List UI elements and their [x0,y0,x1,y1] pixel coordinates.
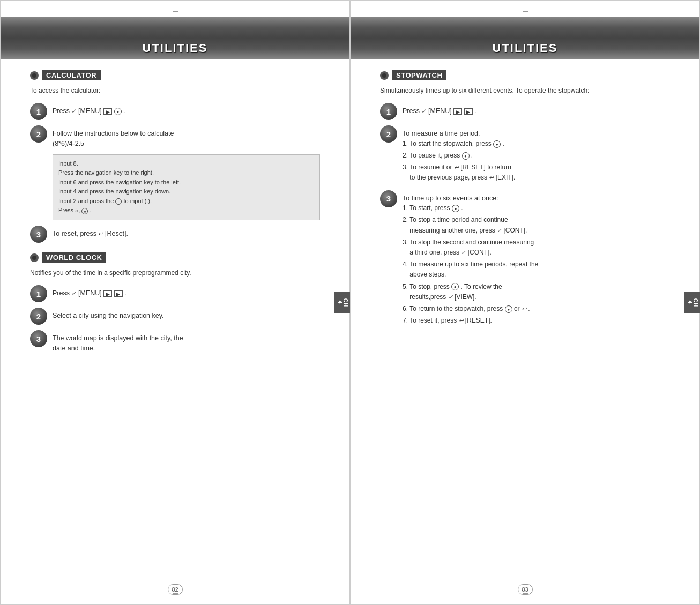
sw3-item-1: 1. To start, press ● . [403,203,538,213]
sw-menu-icon: ✓ [421,107,426,116]
step-3-content: To reset, press ↩ [Reset]. [53,226,128,239]
wc-step-2-content: Select a city using the navigation key. [53,308,164,321]
wc-badge-3: 3 [30,330,47,347]
calculator-step-3: 3 To reset, press ↩ [Reset]. [30,226,320,243]
right-content: STOPWATCH Simultaneously times up to six… [351,59,699,604]
left-title: UTILITIES [143,41,208,55]
view-key: ✓ [448,293,453,302]
left-page: UTILITIES CALCULATOR To access the calcu… [0,0,350,605]
right-title: UTILITIES [493,41,558,55]
note-circle-icon [115,198,122,205]
stop-circle: ● [451,283,459,290]
sw-list-item-1: 1. To start the stopwatch, press ● . [403,139,515,149]
calculator-step-1: 1 Press ✓ [MENU] ▶ ● . [30,103,320,120]
return-circle: ● [505,305,512,313]
sw-nav-1: ▶ [453,108,462,115]
stopwatch-label: STOPWATCH [392,70,446,80]
sw-nav-2: ▶ [464,108,473,115]
right-page: UTILITIES STOPWATCH Simultaneously times… [350,0,700,605]
stopwatch-heading: STOPWATCH [380,70,670,80]
wc-step-1-content: Press ✓ [MENU] ▶ ▶ . [53,285,126,298]
cont-key-1: ✓ [497,226,502,236]
calculator-icon [30,71,39,80]
left-header-bar: UTILITIES [1,17,349,59]
exit-key: ↩ [489,173,494,183]
left-content: CALCULATOR To access the calculator: 1 P… [1,59,349,604]
sw3-item-3: 3. To stop the second and continue measu… [403,237,538,258]
sw-badge-2: 2 [380,125,397,143]
sw3-item-5: 5. To stop, press ● . To review the resu… [403,282,538,302]
bottom-crosshair-right [523,593,528,600]
worldclock-heading: WORLD CLOCK [30,252,320,263]
wc-step-1: 1 Press ✓ [MENU] ▶ ▶ . [30,285,320,302]
step-badge-3: 3 [30,226,47,243]
top-crosshair [173,5,178,12]
sw3-item-6: 6. To return to the stopwatch, press ● o… [403,304,538,314]
wc-badge-1: 1 [30,285,47,302]
top-crosshair-r [523,5,528,12]
wc-nav-icon-2: ▶ [114,290,123,297]
step-badge-1: 1 [30,103,47,120]
right-side-tab: CH4 [684,292,700,313]
calculator-desc: To access the calculator: [30,86,320,95]
sw-step-1: 1 Press ✓ [MENU] ▶ ▶ . [380,103,670,120]
reset-key-icon: ↩ [98,229,103,238]
calculator-heading: CALCULATOR [30,70,320,80]
sw3-item-4: 4. To measure up to six time periods, re… [403,259,538,280]
sw-step-3: 3 To time up to six events at once: 1. T… [380,190,670,328]
left-side-tab: CH4 [334,292,351,313]
worldclock-icon [30,253,39,262]
sw-step-1-content: Press ✓ [MENU] ▶ ▶ . [403,103,476,116]
step-2-content: Follow the instructions below to calcula… [53,125,174,149]
step-1-content: Press ✓ [MENU] ▶ ● . [53,103,125,116]
sw-step-2-list: 1. To start the stopwatch, press ● . 2. … [403,139,515,183]
or-label: or [514,305,520,312]
svg-point-0 [32,73,36,78]
wc-step-3: 3 The world map is displayed with the ci… [30,330,320,354]
corner-tr-r [686,5,695,14]
wc-step-3-content: The world map is displayed with the city… [53,330,183,354]
corner-tl [5,5,14,14]
note-circle-icon-2: ● [81,208,88,214]
sw-badge-3: 3 [380,190,397,207]
sw3-item-7: 7. To reset it, press ↩ [RESET]. [403,316,538,326]
sw3-item-2: 2. To stop a time period and continue me… [403,215,538,235]
svg-point-1 [32,256,36,260]
circle-key-1: ● [114,108,122,115]
reset-key-3: ↩ [459,316,464,326]
calculator-step-2: 2 Follow the instructions below to calcu… [30,125,320,149]
sw-badge-1: 1 [380,103,397,120]
right-header-bar: UTILITIES [351,17,699,59]
nav-icon-1: ▶ [103,108,112,115]
step-badge-2: 2 [30,125,47,143]
menu-key-icon-1: ✓ [71,107,76,116]
pause-circle: ● [462,152,470,160]
wc-badge-2: 2 [30,308,47,325]
wc-step-2: 2 Select a city using the navigation key… [30,308,320,325]
sw-list-item-2: 2. To pause it, press ● . [403,151,515,161]
calculator-label: CALCULATOR [42,70,101,80]
stopwatch-desc: Simultaneously times up to six different… [380,86,670,95]
sw-step-2-content: To measure a time period. 1. To start th… [403,125,515,185]
sw-step-3-list: 1. To start, press ● . 2. To stop a time… [403,203,538,326]
worldclock-label: WORLD CLOCK [42,252,106,263]
cont-key-2: ✓ [461,248,466,258]
bottom-crosshair-left [173,593,178,600]
wc-menu-icon: ✓ [71,289,76,298]
sw-step-2: 2 To measure a time period. 1. To start … [380,125,670,185]
svg-point-2 [382,73,386,78]
calculator-note: Input 8. Press the navigation key to the… [53,154,320,221]
sw-list-item-3: 3. To resume it or ↩ [RESET] to return t… [403,162,515,183]
return-key: ↩ [522,304,526,314]
reset-key: ↩ [454,163,459,173]
worldclock-desc: Notifies you of the time in a specific p… [30,268,320,278]
start-circle-2: ● [452,205,459,212]
corner-tl-r [355,5,364,14]
start-circle: ● [493,140,501,148]
corner-tr [336,5,345,14]
wc-nav-icon: ▶ [103,290,112,297]
sw-step-3-content: To time up to six events at once: 1. To … [403,190,538,328]
stopwatch-icon [380,71,389,80]
